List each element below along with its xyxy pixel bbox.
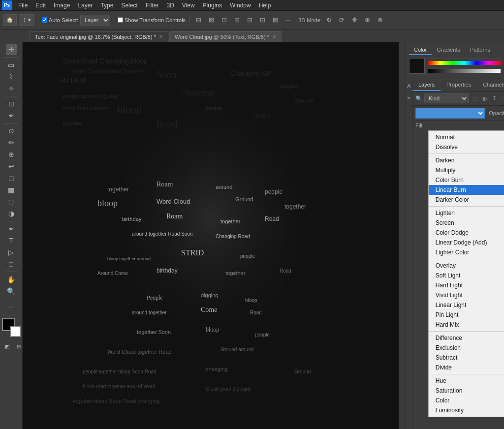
menu-type[interactable]: Type (97, 1, 117, 10)
clone-stamp-tool[interactable]: ⊕ (6, 149, 17, 160)
eraser-tool[interactable]: ◻ (6, 173, 17, 184)
hand-tool[interactable]: ✋ (6, 274, 17, 285)
menu-view[interactable]: View (179, 1, 198, 10)
opacity-slider[interactable] (428, 68, 501, 73)
blend-difference[interactable]: Difference (429, 333, 504, 343)
home-button[interactable]: 🏠 (3, 14, 17, 26)
menu-layer[interactable]: Layer (74, 1, 96, 10)
blend-darker-color[interactable]: Darker Color (429, 195, 504, 205)
blend-subtract[interactable]: Subtract (429, 353, 504, 363)
auto-select-check[interactable]: Auto-Select: (42, 17, 78, 23)
menu-file[interactable]: File (15, 1, 31, 10)
align-bottom-icon[interactable]: ⊡ (257, 15, 268, 26)
tab-channels[interactable]: Channels (477, 79, 504, 91)
text-tool-mini[interactable]: A (406, 81, 412, 91)
show-transform-checkbox[interactable] (118, 17, 123, 23)
3d-scale-icon[interactable]: ⊗ (375, 15, 386, 26)
tab-layers[interactable]: Layers (412, 79, 441, 91)
menu-plugins[interactable]: Plugins (199, 1, 225, 10)
blend-soft-light[interactable]: Soft Light (429, 271, 504, 280)
distribute-icon[interactable]: ⊠ (270, 15, 281, 26)
menu-edit[interactable]: Edit (32, 1, 49, 10)
eyedropper-tool[interactable]: ✒ (6, 110, 17, 121)
blend-normal[interactable]: Normal (429, 132, 504, 142)
align-left-icon[interactable]: ⊟ (193, 15, 204, 26)
align-middle-icon[interactable]: ⊟ (244, 15, 255, 26)
3d-roll-icon[interactable]: ⟳ (337, 15, 347, 26)
tab-properties[interactable]: Properties (441, 79, 477, 91)
layer-select[interactable]: Layer Group (80, 15, 110, 26)
menu-image[interactable]: Image (50, 1, 73, 10)
blend-multiply[interactable]: Multiply (429, 165, 504, 175)
blend-saturation[interactable]: Saturation (429, 386, 504, 396)
blend-mode-select[interactable]: Linear Burn (415, 108, 485, 119)
hue-slider[interactable] (428, 61, 501, 65)
blend-lighten[interactable]: Lighten (429, 208, 504, 218)
zoom-tool[interactable]: 🔍 (6, 286, 17, 297)
tab-text-face-close[interactable]: ✕ (159, 34, 163, 39)
blend-vivid-light[interactable]: Vivid Light (429, 290, 504, 300)
blend-overlay[interactable]: Overlay (429, 261, 504, 271)
pen-tool[interactable]: ✒ (6, 223, 17, 234)
menu-filter[interactable]: Filter (142, 1, 162, 10)
history-brush-tool[interactable]: ↩ (6, 161, 17, 172)
crop-tool[interactable]: ⊡ (6, 98, 17, 109)
color-gradient-box[interactable] (428, 58, 501, 59)
blend-luminosity[interactable]: Luminosity (429, 405, 504, 415)
shape-tool[interactable]: □ (6, 259, 17, 270)
show-transform-check[interactable]: Show Transform Controls (118, 17, 186, 23)
blur-tool[interactable]: ◌ (6, 196, 17, 207)
3d-orbit-icon[interactable]: ↻ (324, 15, 335, 26)
tab-color[interactable]: Color (409, 45, 432, 55)
gradient-tool[interactable]: ▦ (6, 184, 17, 195)
blend-hard-mix[interactable]: Hard Mix (429, 320, 504, 330)
blend-screen[interactable]: Screen (429, 218, 504, 228)
menu-help[interactable]: Help (255, 1, 275, 10)
brush-tool[interactable]: ✏ (6, 137, 17, 148)
tab-gradients[interactable]: Gradients (432, 45, 465, 55)
dodge-tool[interactable]: ◑ (6, 208, 17, 219)
menu-3d[interactable]: 3D (163, 1, 177, 10)
align-center-icon[interactable]: ⊠ (206, 15, 217, 26)
blend-lighter-color[interactable]: Lighter Color (429, 247, 504, 257)
pen-tool-mini[interactable]: ✒ (406, 93, 412, 103)
kind-select[interactable]: Kind (424, 93, 469, 103)
blend-mode-dropdown[interactable]: Normal Dissolve Darken Multiply Color Bu… (428, 130, 504, 417)
3d-slide-icon[interactable]: ⊕ (362, 15, 373, 26)
blend-divide[interactable]: Divide (429, 363, 504, 372)
auto-select-checkbox[interactable] (42, 17, 47, 23)
blend-color-burn[interactable]: Color Burn (429, 175, 504, 185)
color-swatch-main[interactable] (409, 58, 425, 74)
magic-wand-tool[interactable]: ✧ (6, 83, 17, 94)
type-tool[interactable]: T (6, 235, 17, 246)
filter-shape-icon[interactable]: □ (500, 94, 504, 103)
tab-word-cloud[interactable]: Word Cloud.jpg @ 50% (Text, RGB/8) * ✕ (169, 31, 282, 42)
blend-linear-burn[interactable]: Linear Burn (429, 185, 504, 195)
blend-hue[interactable]: Hue (429, 376, 504, 386)
tab-word-cloud-close[interactable]: ✕ (272, 34, 276, 39)
blend-pin-light[interactable]: Pin Light (429, 310, 504, 320)
path-select-tool[interactable]: ▷ (6, 247, 17, 258)
move-tool[interactable]: ✛ (6, 44, 17, 55)
menu-select[interactable]: Select (118, 1, 141, 10)
blend-color-dodge[interactable]: Color Dodge (429, 228, 504, 238)
blend-exclusion[interactable]: Exclusion (429, 343, 504, 353)
blend-hard-light[interactable]: Hard Light (429, 280, 504, 290)
more-options-icon[interactable]: ··· (283, 15, 293, 26)
marquee-tool[interactable]: ▭ (6, 60, 17, 70)
menu-window[interactable]: Window (226, 1, 254, 10)
blend-color[interactable]: Color (429, 396, 504, 405)
filter-pixel-icon[interactable]: ⬚ (471, 94, 479, 103)
canvas-area[interactable]: Soon Road Changing bloop Word Cloud Grou… (23, 42, 399, 429)
lasso-tool[interactable]: ⌇ (6, 71, 17, 82)
spot-healing-tool[interactable]: ⊙ (6, 125, 17, 136)
filter-adjustment-icon[interactable]: ◐ (480, 94, 489, 103)
blend-linear-light[interactable]: Linear Light (429, 300, 504, 310)
align-top-icon[interactable]: ⊞ (231, 15, 242, 26)
quick-mask-icon[interactable]: ◩ (1, 341, 12, 352)
blend-linear-dodge[interactable]: Linear Dodge (Add) (429, 238, 504, 247)
3d-pan-icon[interactable]: ✥ (349, 15, 360, 26)
blend-dissolve[interactable]: Dissolve (429, 142, 504, 152)
align-right-icon[interactable]: ⊡ (219, 15, 229, 26)
vertical-scrollbar[interactable] (399, 42, 406, 429)
